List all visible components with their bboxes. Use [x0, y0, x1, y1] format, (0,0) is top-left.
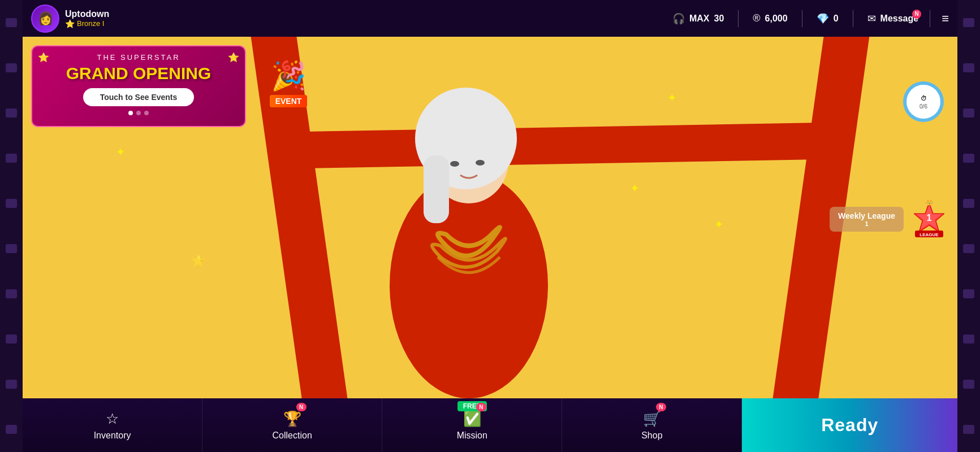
diamond-value: 0 — [834, 14, 839, 24]
game-area: ✦ ✦ ⭐ ✦ ✦ ✦ — [23, 37, 957, 398]
film-hole — [6, 289, 17, 298]
record-value: 6,000 — [765, 14, 788, 24]
record-stat: ® 6,000 — [753, 12, 787, 24]
sparkle: ✦ — [630, 181, 640, 195]
banner-subtitle: THE SUPERSTAR — [41, 53, 236, 62]
divider — [738, 10, 739, 27]
star-decoration: ⭐ — [38, 52, 49, 63]
nav-collection[interactable]: N 🏆 Collection — [202, 398, 382, 452]
collection-badge: N — [296, 403, 306, 411]
username: Uptodown — [65, 9, 109, 19]
top-stats: 🎧 MAX 30 ® 6,000 💎 0 ✉ Message N — [672, 10, 918, 27]
film-hole — [6, 425, 17, 434]
film-border-right — [957, 0, 980, 452]
artist-svg — [361, 71, 576, 398]
weekly-league-button[interactable]: Weekly League 1 1 👑 LEAGUE — [830, 199, 949, 239]
stamina-stat: 🎧 MAX 30 — [672, 12, 724, 25]
diamond-stat: 💎 0 — [817, 12, 839, 25]
svg-point-7 — [906, 85, 940, 119]
inventory-label: Inventory — [94, 431, 131, 441]
message-button[interactable]: ✉ Message N — [867, 12, 919, 25]
film-hole — [6, 334, 17, 344]
weekly-league-rank: 1 — [838, 220, 895, 227]
sparkle: ✦ — [714, 218, 724, 231]
rank-text: Bronze I — [77, 19, 104, 28]
film-hole — [963, 289, 974, 298]
timer-svg: ⏱ 0/6 — [901, 79, 946, 124]
svg-text:1: 1 — [927, 213, 932, 223]
banner-dots — [41, 111, 236, 115]
record-icon: ® — [753, 12, 760, 24]
weekly-league-title: Weekly League — [838, 211, 895, 220]
main-container: 👩 Uptodown ⭐ Bronze I 🎧 MAX 30 ® 6,000 — [23, 0, 957, 452]
message-notification-badge: N — [912, 10, 921, 19]
divider — [802, 10, 802, 27]
film-hole — [963, 18, 974, 27]
event-icon: 🎉 — [271, 59, 306, 92]
rank-badge: ⭐ Bronze I — [65, 19, 109, 28]
svg-point-4 — [450, 161, 459, 167]
headphone-icon: 🎧 — [672, 12, 685, 25]
nav-inventory[interactable]: ☆ Inventory — [23, 398, 202, 452]
film-hole — [6, 380, 17, 389]
event-button[interactable]: 🎉 EVENT — [260, 42, 317, 124]
timer-circle[interactable]: ⏱ 0/6 — [901, 79, 946, 124]
film-hole — [6, 154, 17, 163]
film-hole — [6, 108, 17, 118]
message-icon: ✉ — [867, 12, 876, 25]
svg-point-0 — [390, 172, 548, 398]
divider — [853, 10, 853, 27]
nav-shop[interactable]: N 🛒 Shop — [562, 398, 742, 452]
svg-text:⏱: ⏱ — [921, 95, 927, 102]
league-badge: 1 👑 LEAGUE — [909, 199, 949, 239]
user-info: Uptodown ⭐ Bronze I — [65, 9, 109, 28]
sparkle: ⭐ — [191, 254, 205, 267]
star-decoration: ⭐ — [228, 52, 239, 63]
banner-dot-1[interactable] — [128, 111, 133, 115]
divider — [930, 10, 930, 27]
film-hole — [6, 199, 17, 208]
film-hole — [6, 18, 17, 27]
film-hole — [963, 380, 974, 389]
film-hole — [963, 199, 974, 208]
svg-rect-3 — [424, 155, 449, 223]
user-profile[interactable]: 👩 Uptodown ⭐ Bronze I — [31, 5, 109, 33]
bottom-nav: ☆ Inventory N 🏆 Collection FREE N ✅ Miss… — [23, 398, 957, 452]
banner-button[interactable]: Touch to See Events — [83, 88, 195, 106]
event-label: EVENT — [270, 95, 308, 107]
mission-badge: N — [476, 403, 486, 411]
ready-button[interactable]: Ready — [742, 398, 957, 452]
sparkle: ✦ — [667, 91, 677, 105]
film-hole — [963, 334, 974, 344]
headphone-label: MAX — [689, 14, 710, 24]
film-hole — [963, 108, 974, 118]
menu-button[interactable]: ≡ — [942, 11, 949, 26]
film-hole — [963, 244, 974, 253]
nav-mission[interactable]: FREE N ✅ Mission — [382, 398, 562, 452]
film-hole — [963, 154, 974, 163]
svg-text:LEAGUE: LEAGUE — [919, 232, 939, 237]
artist-figure — [350, 55, 588, 398]
rank-star-icon: ⭐ — [65, 19, 75, 28]
ready-label: Ready — [821, 415, 878, 436]
diamond-icon: 💎 — [817, 12, 829, 25]
mission-label: Mission — [457, 431, 487, 441]
mission-icon: ✅ — [463, 410, 481, 428]
svg-point-5 — [476, 160, 485, 166]
sparkle: ✦ — [116, 145, 126, 159]
svg-text:👑: 👑 — [925, 199, 934, 206]
shop-badge: N — [656, 403, 666, 411]
league-badge-svg: 1 👑 LEAGUE — [909, 199, 949, 239]
shop-icon: 🛒 — [643, 410, 661, 428]
shop-label: Shop — [641, 431, 662, 441]
film-border-left — [0, 0, 23, 452]
film-hole — [6, 63, 17, 72]
avatar: 👩 — [31, 5, 59, 33]
top-bar: 👩 Uptodown ⭐ Bronze I 🎧 MAX 30 ® 6,000 — [23, 0, 957, 37]
banner-dot-2[interactable] — [136, 111, 141, 115]
banner-dot-3[interactable] — [144, 111, 149, 115]
svg-text:0/6: 0/6 — [919, 103, 927, 110]
banner-title: GRAND OPENING — [41, 64, 236, 82]
collection-icon: 🏆 — [283, 410, 301, 428]
grand-opening-banner[interactable]: ⭐ ⭐ THE SUPERSTAR GRAND OPENING Touch to… — [31, 45, 246, 127]
